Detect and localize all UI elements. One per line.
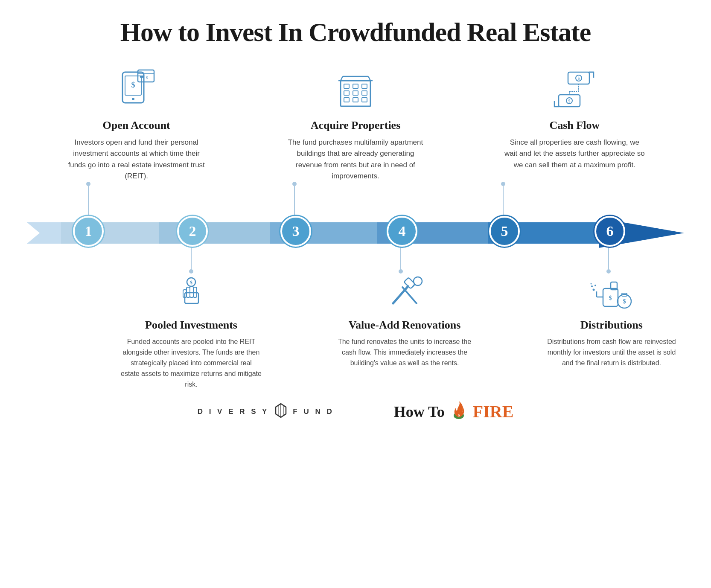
svg-rect-43 (190, 286, 193, 297)
svg-text:$: $ (609, 295, 612, 301)
svg-text:$: $ (146, 76, 148, 80)
page-title: How to Invest In Crowdfunded Real Estate (120, 17, 591, 47)
svg-rect-11 (362, 84, 367, 88)
step-1-card: $ $ Open Account Investors open and fund… (66, 69, 207, 182)
footer: D I V E R S Y F U N D How To (27, 399, 684, 424)
step-2-icon: $ (172, 274, 210, 314)
step-3-title: Acquire Properties (311, 119, 401, 132)
page: How to Invest In Crowdfunded Real Estate… (0, 0, 711, 588)
svg-point-60 (591, 283, 592, 285)
svg-text:$: $ (458, 413, 460, 417)
svg-point-59 (594, 285, 596, 286)
svg-rect-16 (353, 98, 358, 102)
svg-point-58 (591, 285, 593, 287)
svg-line-50 (402, 287, 417, 303)
step-2-title: Pooled Investments (145, 319, 237, 332)
svg-line-52 (412, 284, 415, 287)
svg-rect-9 (344, 84, 349, 88)
step-1-text: Investors open and fund their personal i… (66, 137, 207, 182)
step-4-text: The fund renovates the units to increase… (334, 337, 475, 368)
step-2-text: Funded accounts are pooled into the REIT… (121, 337, 262, 390)
svg-rect-14 (362, 91, 367, 95)
step-1-icon: $ $ (111, 69, 162, 111)
diversyfund-logo: D I V E R S Y F U N D (198, 403, 334, 420)
svg-point-2 (132, 98, 134, 100)
svg-text:$: $ (623, 298, 626, 305)
svg-text:$: $ (568, 99, 571, 103)
svg-rect-17 (362, 98, 367, 102)
svg-rect-12 (344, 91, 349, 95)
step-3-text: The fund purchases multifamily apartment… (285, 137, 426, 182)
svg-rect-6 (140, 76, 143, 78)
step-5-icon: $ $ (549, 69, 600, 111)
step-1-title: Open Account (103, 119, 170, 132)
step-3-icon (330, 69, 381, 111)
svg-marker-34 (159, 222, 270, 244)
svg-text:$: $ (131, 81, 135, 89)
step-4-title: Value-Add Renovations (349, 319, 461, 332)
howtofire-logo: How To $ FIRE (394, 399, 514, 424)
diversyfund-text: D I V E R S Y (198, 408, 269, 416)
step-3-card: Acquire Properties The fund purchases mu… (285, 69, 426, 182)
step-6-text: Distributions from cash flow are reinves… (545, 337, 678, 368)
svg-rect-10 (353, 84, 358, 88)
step-5-title: Cash Flow (549, 119, 600, 132)
svg-text:$: $ (190, 279, 192, 285)
step-5-text: Since all properties are cash flowing, w… (504, 137, 645, 171)
fund-text: F U N D (293, 408, 334, 416)
diversyfund-icon (274, 403, 288, 420)
fire-text: FIRE (473, 402, 514, 422)
svg-line-48 (393, 286, 408, 303)
how-to-text: How To (394, 403, 445, 421)
step-5-card: $ $ (504, 69, 645, 182)
step-4-icon (385, 274, 425, 314)
step-6-icon: $ $ (590, 274, 633, 314)
step-6-title: Distributions (580, 319, 643, 332)
fire-icon: $ (450, 399, 468, 424)
svg-rect-15 (344, 98, 349, 102)
svg-rect-13 (353, 91, 358, 95)
svg-point-57 (593, 289, 595, 291)
svg-text:$: $ (578, 76, 580, 81)
